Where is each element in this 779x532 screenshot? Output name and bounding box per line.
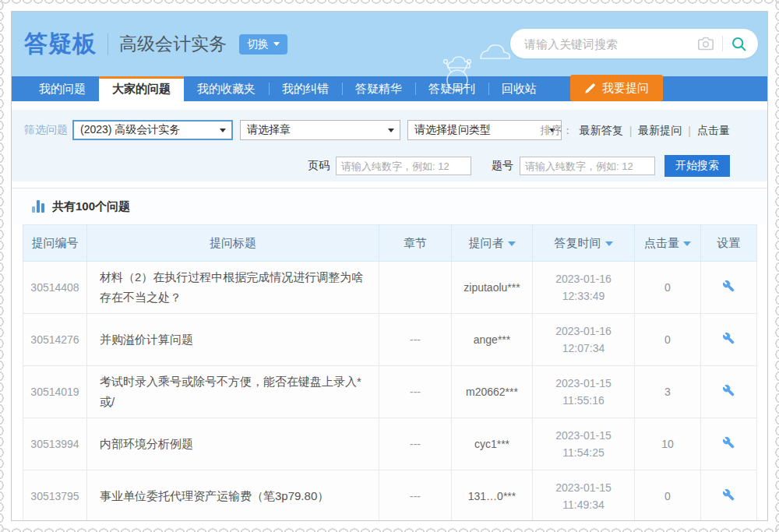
camera-icon xyxy=(697,36,714,51)
dropdown-arrow-icon xyxy=(220,129,226,132)
question-asker: m20662*** xyxy=(452,366,533,418)
camera-search-button[interactable] xyxy=(697,36,714,51)
search-bar xyxy=(510,29,758,58)
click-count: 0 xyxy=(635,262,701,314)
sort-latest-reply[interactable]: 最新答复 xyxy=(580,124,623,138)
page-number-label: 页码 xyxy=(308,159,330,173)
question-title-link[interactable]: 材料（2）在执行过程中根据完成情况进行调整为啥存在不当之处？ xyxy=(87,262,379,314)
wrench-icon xyxy=(722,488,735,502)
start-search-button[interactable]: 开始搜索 xyxy=(664,155,730,177)
switch-course-button[interactable]: 切换 xyxy=(239,34,287,55)
question-type-select-value: 请选择提问类型 xyxy=(414,123,491,137)
sort-latest-question[interactable]: 最新提问 xyxy=(638,124,682,138)
settings-wrench-button[interactable] xyxy=(721,435,737,453)
question-count-text: 共有100个问题 xyxy=(52,199,130,214)
pencil-icon xyxy=(584,83,596,94)
col-chapter: 章节 xyxy=(379,225,452,262)
page-content: 答疑板 高级会计实务 切换 xyxy=(11,11,768,521)
sort-down-icon[interactable] xyxy=(605,241,613,246)
stats-bar: 共有100个问题 xyxy=(12,188,767,224)
tab-recycle-bin[interactable]: 回收站 xyxy=(488,76,550,101)
sort-click-count[interactable]: 点击量 xyxy=(697,124,730,138)
logo-divider xyxy=(108,33,108,55)
question-type-select[interactable]: 请选择提问类型 xyxy=(407,120,562,140)
search-input[interactable] xyxy=(510,37,697,51)
course-select[interactable]: (2023) 高级会计实务 xyxy=(72,120,233,140)
sort-area: 排序： 最新答复 | 最新提问 | 点击量 xyxy=(541,124,730,138)
question-title-link[interactable]: 内部环境分析例题 xyxy=(87,418,379,470)
sort-label: 排序： xyxy=(541,124,573,138)
question-chapter: --- xyxy=(379,470,452,522)
question-id: 30514019 xyxy=(23,366,87,418)
tab-my-questions[interactable]: 我的问题 xyxy=(26,76,99,101)
table-row: 30514408 材料（2）在执行过程中根据完成情况进行调整为啥存在不当之处？ … xyxy=(23,262,757,314)
col-question-id: 提问编号 xyxy=(23,225,87,262)
wrench-icon xyxy=(722,436,735,449)
search-divider xyxy=(722,36,723,51)
course-title: 高级会计实务 xyxy=(119,32,227,56)
stamp-edge-top xyxy=(0,0,779,9)
question-asker: ziputaolu*** xyxy=(452,262,533,314)
page-number-input[interactable] xyxy=(336,157,471,175)
col-question-title: 提问标题 xyxy=(87,225,379,262)
sort-down-icon[interactable] xyxy=(683,241,691,246)
reply-time: 2023-01-1511:54:25 xyxy=(533,418,635,470)
question-chapter: --- xyxy=(379,314,452,366)
col-settings: 设置 xyxy=(701,225,757,262)
question-title-link[interactable]: 事业单位委托代理资产运输费（笔3p79.80） xyxy=(87,470,379,522)
sort-separator: | xyxy=(688,125,691,137)
click-count: 10 xyxy=(635,418,701,470)
question-number-input[interactable] xyxy=(520,157,655,175)
reply-time: 2023-01-1612:33:49 xyxy=(533,262,635,314)
question-title-link[interactable]: 考试时录入乘号或除号不方便，能否在键盘上录入*或/ xyxy=(87,366,379,418)
settings-wrench-button[interactable] xyxy=(721,278,737,297)
tab-everyones-questions[interactable]: 大家的问题 xyxy=(99,76,184,101)
wrench-icon xyxy=(722,280,735,293)
tab-my-favorites[interactable]: 我的收藏夹 xyxy=(184,76,269,101)
robot-decoration-icon xyxy=(432,57,487,93)
dropdown-arrow-icon xyxy=(388,129,394,132)
filter-label: 筛选问题 xyxy=(24,123,68,137)
wrench-icon xyxy=(722,384,735,397)
tab-my-corrections[interactable]: 我的纠错 xyxy=(269,76,342,101)
stamp-edge-right xyxy=(770,0,779,532)
ask-question-button[interactable]: 我要提问 xyxy=(570,75,663,101)
settings-cell xyxy=(701,366,757,418)
search-icon xyxy=(731,36,747,52)
stamp-edge-left xyxy=(0,0,9,532)
question-chapter: --- xyxy=(379,418,452,470)
chevron-down-icon xyxy=(273,42,280,46)
question-id: 30514408 xyxy=(23,262,87,314)
question-number-label: 题号 xyxy=(492,159,513,173)
switch-button-label: 切换 xyxy=(247,37,269,51)
question-chapter xyxy=(379,262,452,314)
settings-wrench-button[interactable] xyxy=(721,330,737,349)
col-asker[interactable]: 提问者 xyxy=(452,225,533,262)
table-row: 30513795 事业单位委托代理资产运输费（笔3p79.80） --- 131… xyxy=(23,470,757,522)
reply-time: 2023-01-1511:49:34 xyxy=(533,470,635,522)
bar-chart-icon xyxy=(32,200,44,213)
tab-qa-highlights[interactable]: 答疑精华 xyxy=(342,76,415,101)
questions-table: 提问编号 提问标题 章节 提问者 答复时间 点击量 设置 30514408 材料… xyxy=(23,224,757,521)
wrench-icon xyxy=(722,332,735,345)
settings-wrench-button[interactable] xyxy=(721,487,737,506)
top-header: 答疑板 高级会计实务 切换 xyxy=(12,12,767,76)
stamp-frame: 答疑板 高级会计实务 切换 xyxy=(0,0,779,532)
question-asker: ange*** xyxy=(452,314,533,366)
settings-wrench-button[interactable] xyxy=(721,382,737,401)
col-reply-time[interactable]: 答复时间 xyxy=(533,225,635,262)
chapter-select[interactable]: 请选择章 xyxy=(240,120,400,140)
chapter-select-value: 请选择章 xyxy=(247,123,291,137)
settings-cell xyxy=(701,314,757,366)
settings-cell xyxy=(701,470,757,522)
col-clicks[interactable]: 点击量 xyxy=(635,225,701,262)
sort-down-icon[interactable] xyxy=(508,241,516,246)
search-submit-button[interactable] xyxy=(731,36,747,52)
click-count: 0 xyxy=(635,470,701,522)
table-row: 30514276 并购溢价计算问题 --- ange*** 2023-01-16… xyxy=(23,314,757,366)
question-asker: 131…0*** xyxy=(452,470,533,522)
table-row: 30514019 考试时录入乘号或除号不方便，能否在键盘上录入*或/ --- m… xyxy=(23,366,757,418)
sort-separator: | xyxy=(629,125,633,137)
question-title-link[interactable]: 并购溢价计算问题 xyxy=(87,314,379,366)
table-header-row: 提问编号 提问标题 章节 提问者 答复时间 点击量 设置 xyxy=(23,225,757,262)
